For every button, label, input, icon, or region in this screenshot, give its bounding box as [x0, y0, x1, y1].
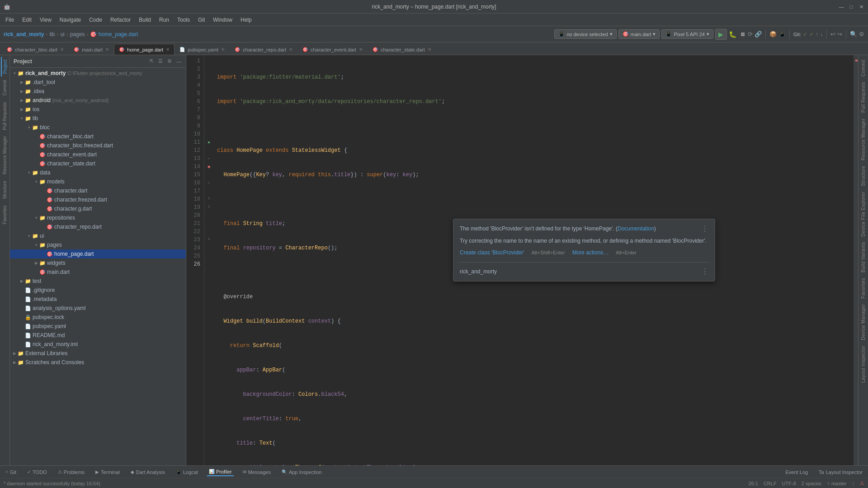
- close-button[interactable]: ✕: [858, 4, 864, 10]
- menu-tools[interactable]: Tools: [174, 15, 193, 24]
- bottom-tab-messages[interactable]: ✉ Messages: [241, 469, 273, 476]
- warnings-count[interactable]: ⚠: [860, 480, 864, 486]
- tree-item-character-repo[interactable]: 🎯 character_repo.dart: [10, 222, 186, 231]
- breadcrumb-pages[interactable]: pages: [70, 31, 85, 38]
- tree-item-idea[interactable]: ▶ 📁 .idea: [10, 87, 186, 96]
- bottom-layout-inspector[interactable]: Ta Layout Inspector: [817, 469, 864, 476]
- breadcrumb-ui[interactable]: ui: [60, 31, 64, 38]
- tree-item-data[interactable]: ▾ 📁 data: [10, 168, 186, 177]
- tab-character-event[interactable]: 🎯 character_event.dart ✕: [297, 44, 368, 55]
- breadcrumb-lib[interactable]: lib: [49, 31, 55, 38]
- code-container[interactable]: 1 2 3 4 5 6 7 8 9 10 11 12 13 14 15 16 1…: [186, 55, 858, 465]
- tree-item-repositories[interactable]: ▾ 📁 repositories: [10, 213, 186, 222]
- tree-item-test[interactable]: ▶ 📁 test: [10, 277, 186, 286]
- menu-edit[interactable]: Edit: [19, 15, 35, 24]
- search-everywhere-icon[interactable]: 🔍: [850, 31, 857, 38]
- tree-item-models[interactable]: ▾ 📁 models: [10, 177, 186, 186]
- bottom-tab-dart-analysis[interactable]: ◆ Dart Analysis: [129, 469, 167, 476]
- tree-item-character[interactable]: 🎯 character.dart: [10, 186, 186, 195]
- tree-item-pubspec-yaml[interactable]: 📄 pubspec.yaml: [10, 322, 186, 331]
- bottom-tab-profiler[interactable]: 📊 Profiler: [207, 468, 234, 476]
- tree-item-analysis-options[interactable]: 📄 analysis_options.yaml: [10, 304, 186, 313]
- bottom-tab-terminal[interactable]: ▶ Terminal: [94, 469, 122, 476]
- tree-settings-btn[interactable]: ⚙: [166, 57, 173, 65]
- tab-character-repo[interactable]: 🎯 character_repo.dart ✕: [230, 44, 297, 55]
- tree-collapse-all-btn[interactable]: ☰: [157, 57, 164, 65]
- indent[interactable]: 2 spaces: [802, 481, 821, 486]
- tab-home-page[interactable]: 🎯 home_page.dart ✕: [114, 44, 175, 55]
- commit-right-panel-btn[interactable]: Commit: [860, 57, 867, 79]
- line-separator[interactable]: CRLF: [764, 481, 777, 486]
- error-more-btn[interactable]: ⋮: [701, 225, 708, 233]
- run-config-selector[interactable]: 🎯 main.dart ▾: [618, 29, 660, 39]
- menu-run[interactable]: Run: [156, 15, 173, 24]
- tree-close-btn[interactable]: —: [175, 58, 182, 65]
- tab-close-icon7[interactable]: ✕: [428, 47, 431, 52]
- device-model-selector[interactable]: 📱 Pixel 5 API 24 ▾: [661, 29, 713, 39]
- bottom-tab-logcat[interactable]: 📱 Logcat: [174, 469, 200, 476]
- debug-button[interactable]: 🐛: [729, 31, 736, 38]
- tree-item-dart-tool[interactable]: ▶ 📁 .dart_tool: [10, 78, 186, 87]
- menu-window[interactable]: Window: [209, 15, 236, 24]
- bottom-tab-git[interactable]: ⑂ Git: [4, 469, 18, 476]
- breadcrumb-file[interactable]: 🎯 home_page.dart: [90, 31, 138, 38]
- favorites-right-btn[interactable]: Favorites: [860, 275, 867, 301]
- bottom-tab-problems[interactable]: ⚠ Problems: [56, 469, 86, 476]
- bottom-event-log[interactable]: Event Log: [783, 469, 810, 476]
- tree-item-character-freezed[interactable]: 🎯 character.freezed.dart: [10, 195, 186, 204]
- undo-button[interactable]: ↩: [830, 31, 835, 38]
- tree-item-character-state[interactable]: 🎯 character_state.dart: [10, 159, 186, 168]
- pull-requests-panel-btn[interactable]: Pull Requests: [1, 99, 8, 133]
- upload-icon[interactable]: ↑: [852, 481, 855, 486]
- tree-item-character-event[interactable]: 🎯 character_event.dart: [10, 150, 186, 159]
- layout-inspector-right-btn[interactable]: Layout Inspector: [860, 343, 867, 385]
- tab-character-bloc[interactable]: 🎯 character_bloc.dart ✕: [2, 44, 69, 55]
- tree-item-ui[interactable]: ▾ 📁 ui: [10, 231, 186, 240]
- more-actions-link[interactable]: More actions…: [572, 249, 609, 256]
- git-push-icon[interactable]: ↑: [816, 31, 818, 38]
- tree-expand-all-btn[interactable]: ⇱: [149, 57, 155, 65]
- redo-button[interactable]: ↪: [837, 31, 842, 38]
- git-pull-icon[interactable]: ↓: [820, 31, 823, 38]
- device-manager-btn[interactable]: Device Manager: [860, 301, 867, 343]
- cursor-position[interactable]: 26:1: [748, 481, 758, 486]
- menu-navigate[interactable]: Navigate: [56, 15, 85, 24]
- device-selector[interactable]: 📱 no device selected ▾: [554, 29, 616, 39]
- menu-help[interactable]: Help: [237, 15, 255, 24]
- tree-item-character-bloc-freezed[interactable]: 🎯 character_bloc.freezed.dart: [10, 141, 186, 150]
- resource-manager-panel-btn[interactable]: Resource Manager: [1, 133, 8, 177]
- tree-item-pages[interactable]: ▾ 📁 pages: [10, 240, 186, 249]
- tree-item-scratches[interactable]: ▶ 📁 Scratches and Consoles: [10, 358, 186, 367]
- menu-refactor[interactable]: Refactor: [107, 15, 134, 24]
- tab-close-icon3[interactable]: ✕: [166, 47, 170, 52]
- attach-button[interactable]: 🔗: [755, 31, 762, 38]
- tree-item-android[interactable]: ▶ 📁 android [rick_and_morty_android]: [10, 96, 186, 105]
- error-footer-more-btn[interactable]: ⋮: [701, 267, 708, 276]
- project-panel-btn[interactable]: Project: [1, 57, 9, 76]
- tree-item-main[interactable]: 🎯 main.dart: [10, 267, 186, 277]
- tree-item-character-g[interactable]: 🎯 character.g.dart: [10, 204, 186, 213]
- tree-item-metadata[interactable]: 📄 .metadata: [10, 295, 186, 304]
- bottom-tab-todo[interactable]: ✓ TODO: [25, 469, 49, 476]
- menu-build[interactable]: Build: [135, 15, 155, 24]
- tree-item-widgets[interactable]: ▶ 📁 widgets: [10, 258, 186, 267]
- tab-close-icon[interactable]: ✕: [60, 47, 64, 52]
- structure-right-panel-btn[interactable]: Structure: [860, 163, 867, 189]
- documentation-link[interactable]: Documentation: [618, 225, 654, 232]
- tab-character-state[interactable]: 🎯 character_state.dart ✕: [368, 44, 436, 55]
- favorites-panel-btn[interactable]: Favorites: [1, 203, 8, 227]
- breadcrumb-project[interactable]: rick_and_morty: [4, 31, 44, 38]
- tree-item-external-libs[interactable]: ▶ 📁 External Libraries: [10, 349, 186, 358]
- menu-view[interactable]: View: [36, 15, 55, 24]
- tree-item-bloc[interactable]: ▾ 📁 bloc: [10, 123, 186, 132]
- tree-item-iml[interactable]: 📄 rick_and_morty.iml: [10, 340, 186, 349]
- minimize-button[interactable]: —: [838, 4, 844, 10]
- pull-requests-right-panel-btn[interactable]: Pull Requests: [860, 79, 867, 115]
- create-class-link[interactable]: Create class 'BlocProvider': [460, 249, 524, 256]
- menu-code[interactable]: Code: [85, 15, 106, 24]
- git-check-icon[interactable]: ✓: [803, 31, 807, 38]
- tab-close-icon5[interactable]: ✕: [289, 47, 292, 52]
- editor-scrollbar[interactable]: [854, 55, 858, 465]
- tab-close-icon2[interactable]: ✕: [105, 47, 109, 52]
- tree-item-root[interactable]: ▾ 📁 rick_and_morty C:\Flutter projects\r…: [10, 69, 186, 78]
